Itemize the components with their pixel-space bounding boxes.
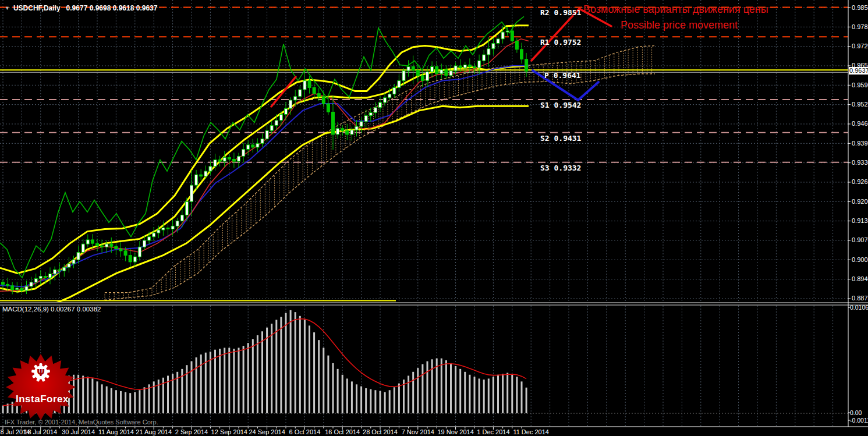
macd-histogram-bar [380,391,381,413]
candle-body [96,243,99,246]
macd-histogram-bar [450,363,452,413]
macd-histogram-bar [219,349,221,413]
macd-histogram-bar [318,340,320,413]
time-axis-label: 18 Jul 2014 [24,428,57,435]
macd-histogram-bar [233,349,235,413]
candle-body [322,97,325,104]
time-axis-label: 30 Jul 2014 [62,428,95,435]
macd-histogram-bar [285,313,287,413]
candle-body [497,39,499,44]
candle-body [303,81,306,90]
macd-histogram-bar [243,346,245,413]
macd-histogram-bar [408,375,409,413]
candle-body [440,70,443,74]
level-label-p: P 0.9641 [544,71,581,80]
price-chart-canvas[interactable] [0,0,868,436]
candle-body [129,256,132,262]
candle-body [317,94,320,97]
candle-body [393,87,396,94]
copyright-text: IFX Trader, © 2001-2014, MetaQuotes Soft… [5,419,158,426]
time-axis-label: 1 Dec 2014 [477,428,509,435]
macd-histogram-bar [115,390,117,413]
macd-axis-label: 0.00 [850,409,862,416]
macd-histogram-bar [295,312,296,413]
macd-histogram-bar [365,388,367,413]
candle-body [68,264,70,267]
main-panel [0,0,848,309]
candle-body [449,71,452,76]
price-axis-label: 0.9395 [852,140,868,147]
candle-body [247,145,250,150]
level-label-s2: S2 0.9431 [540,134,581,143]
time-axis-label: 7 Nov 2014 [402,428,434,435]
macd-histogram-bar [2,406,4,413]
price-axis-label: 0.9200 [852,198,868,205]
candle-body [223,157,226,161]
annotation-text-ru: Возможные варианты движения цены [583,3,768,16]
price-axis-label: 0.9005 [852,256,868,263]
candle-body [279,115,282,120]
level-label-r1: R1 0.9752 [540,38,581,47]
macd-histogram-bar [389,390,391,413]
price-axis-label: 0.9135 [852,217,868,224]
macd-histogram-bar [427,361,428,413]
candle-body [431,67,434,72]
candle-body [171,226,174,229]
macd-histogram-bar [488,378,490,413]
candle-body [473,67,476,68]
macd-histogram-bar [421,364,423,413]
candle-body [463,65,466,68]
candle-body [153,233,155,237]
macd-histogram-bar [271,324,272,413]
candle-body [426,72,429,80]
price-axis-label: 0.9330 [852,159,868,166]
macd-axis-label: 0.01069 [850,304,868,311]
price-axis-label: 0.9720 [852,42,868,49]
time-axis-label: 2 Sep 2014 [175,428,208,435]
time-axis-label: 6 Oct 2014 [289,428,320,435]
candle-body [242,150,245,157]
instaforex-logo: Ψ [5,354,77,420]
candle-body [218,160,221,162]
candle-body [157,230,160,233]
macd-histogram-bar [275,320,277,413]
time-axis-label: 28 Oct 2014 [363,428,398,435]
candle-body [421,76,424,81]
time-axis-label: 16 Oct 2014 [325,428,360,435]
candle-body [16,288,19,290]
macd-histogram-bar [82,375,84,413]
candle-body [232,159,235,162]
candle-body [388,94,391,98]
candle-body [379,102,382,108]
candle-body [209,166,212,171]
candle-body [506,31,509,32]
price-axis-label: 0.9590 [852,81,868,88]
candle-body [185,201,188,215]
price-axis-label: 0.9785 [852,23,868,30]
macd-histogram-bar [398,384,400,413]
candle-body [86,240,89,244]
candle-body [148,237,151,240]
candle-body [261,139,264,144]
macd-histogram-bar [469,375,470,413]
candle-body [265,130,268,139]
macd-histogram-bar [474,377,476,413]
price-axis-label: 0.8940 [852,275,868,282]
macd-histogram-bar [238,348,240,413]
macd-histogram-bar [502,374,504,413]
candle-body [180,215,183,221]
candle-body [407,67,410,71]
macd-histogram-bar [228,348,230,413]
candle-body [308,81,311,88]
macd-histogram-bar [125,392,126,413]
candle-body [270,126,273,131]
candle-body [39,277,42,279]
candle-body [384,98,387,102]
macd-histogram-bar [342,375,343,413]
candle-body [483,55,486,61]
candle-body [299,90,302,97]
symbol-dropdown-icon[interactable]: ▼ [5,5,10,11]
candle-body [454,66,457,71]
candle-body [110,244,113,246]
candle-body [511,31,513,41]
